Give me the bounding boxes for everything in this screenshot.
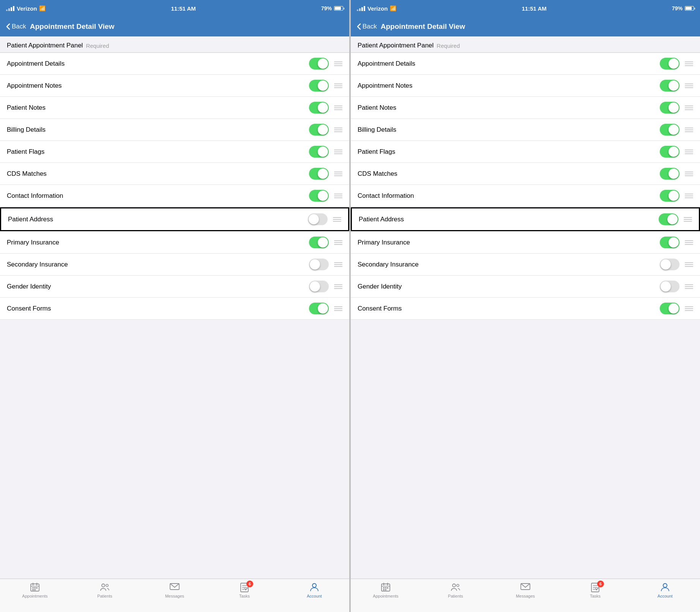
drag-handle[interactable] (685, 128, 693, 132)
drag-handle[interactable] (685, 106, 693, 110)
back-chevron-icon (357, 23, 361, 30)
item-controls (309, 168, 342, 180)
toggle-switch[interactable] (309, 80, 329, 91)
toggle-switch[interactable] (309, 58, 329, 69)
item-label: Patient Flags (358, 148, 395, 156)
items-list: Appointment Details Appointment Notes Pa… (0, 52, 349, 320)
drag-handle[interactable] (685, 284, 693, 289)
drag-handle[interactable] (334, 172, 342, 176)
tab-icon-messages (519, 582, 532, 593)
list-item: Appointment Details (0, 53, 349, 75)
time-label: 11:51 AM (171, 5, 196, 12)
toggle-switch[interactable] (309, 237, 329, 248)
toggle-switch[interactable] (660, 58, 680, 69)
tab-item-tasks[interactable]: 6 Tasks (560, 582, 630, 598)
item-controls (660, 281, 693, 292)
back-button[interactable]: Back (357, 23, 377, 30)
toggle-switch[interactable] (660, 190, 680, 202)
drag-handle[interactable] (334, 150, 342, 154)
back-button[interactable]: Back (6, 23, 26, 30)
toggle-switch[interactable] (309, 124, 329, 136)
toggle-switch[interactable] (309, 168, 329, 180)
list-item: Contact Information (351, 185, 700, 207)
toggle-switch[interactable] (660, 281, 680, 292)
status-left: Verizon 📶 (357, 5, 396, 12)
tab-label: Tasks (590, 594, 601, 598)
toggle-switch[interactable] (309, 259, 329, 270)
toggle-switch[interactable] (660, 146, 680, 158)
item-label: Primary Insurance (7, 239, 59, 246)
drag-handle[interactable] (685, 150, 693, 154)
drag-handle[interactable] (685, 84, 693, 88)
tab-label: Messages (165, 594, 184, 598)
item-controls (309, 102, 342, 114)
toggle-switch[interactable] (660, 168, 680, 180)
drag-handle[interactable] (334, 106, 342, 110)
signal-icon (357, 6, 365, 11)
tab-item-messages[interactable]: Messages (140, 582, 210, 598)
list-item: Primary Insurance (351, 232, 700, 254)
tab-item-tasks[interactable]: 6 Tasks (210, 582, 279, 598)
phone-panel-left: Verizon 📶 11:51 AM 79% Back Appointment … (0, 0, 349, 612)
drag-handle[interactable] (334, 62, 342, 66)
section-required-label: Required (437, 43, 460, 49)
tab-item-messages[interactable]: Messages (490, 582, 560, 598)
drag-handle[interactable] (334, 262, 342, 267)
drag-handle[interactable] (334, 306, 342, 311)
drag-handle[interactable] (334, 194, 342, 198)
items-list: Appointment Details Appointment Notes Pa… (351, 52, 700, 320)
drag-handle[interactable] (334, 84, 342, 88)
drag-handle[interactable] (333, 217, 341, 222)
toggle-switch[interactable] (309, 190, 329, 202)
tab-item-appointments[interactable]: Appointments (0, 582, 70, 598)
list-item: Billing Details (0, 119, 349, 141)
toggle-switch[interactable] (308, 213, 328, 225)
drag-handle[interactable] (685, 194, 693, 198)
tab-bar: Appointments Patients Messages (351, 579, 700, 612)
toggle-switch[interactable] (309, 281, 329, 292)
toggle-switch[interactable] (660, 124, 680, 136)
toggle-switch[interactable] (660, 237, 680, 248)
item-controls (660, 259, 693, 270)
tab-label: Account (307, 594, 322, 598)
battery-percent: 79% (321, 5, 332, 11)
section-required-label: Required (86, 43, 109, 49)
toggle-switch[interactable] (660, 303, 680, 314)
toggle-switch[interactable] (660, 259, 680, 270)
tab-item-account[interactable]: Account (279, 582, 349, 598)
tab-item-account[interactable]: Account (630, 582, 700, 598)
tab-item-patients[interactable]: Patients (421, 582, 490, 598)
tab-item-patients[interactable]: Patients (70, 582, 140, 598)
list-item: CDS Matches (351, 163, 700, 185)
toggle-switch[interactable] (659, 213, 678, 225)
svg-rect-5 (32, 589, 34, 590)
toggle-switch[interactable] (309, 146, 329, 158)
drag-handle[interactable] (685, 172, 693, 176)
time-label: 11:51 AM (522, 5, 546, 12)
tab-label: Patients (97, 594, 112, 598)
battery-icon (334, 6, 343, 11)
drag-handle[interactable] (334, 284, 342, 289)
toggle-switch[interactable] (309, 102, 329, 114)
drag-handle[interactable] (684, 217, 692, 222)
drag-handle[interactable] (334, 240, 342, 245)
drag-handle[interactable] (685, 262, 693, 267)
item-controls (660, 58, 693, 69)
toggle-switch[interactable] (660, 80, 680, 91)
list-item: Primary Insurance (0, 232, 349, 254)
toggle-switch[interactable] (660, 102, 680, 114)
tab-item-appointments[interactable]: Appointments (351, 582, 421, 598)
drag-handle[interactable] (334, 128, 342, 132)
item-label: Billing Details (358, 126, 396, 134)
drag-handle[interactable] (685, 306, 693, 311)
drag-handle[interactable] (685, 240, 693, 245)
tab-icon-appointments (379, 582, 392, 593)
status-bar: Verizon 📶 11:51 AM 79% (0, 0, 349, 17)
wifi-icon: 📶 (39, 5, 46, 11)
item-controls (660, 146, 693, 158)
svg-point-10 (106, 584, 108, 587)
drag-handle[interactable] (685, 62, 693, 66)
tab-label: Patients (448, 594, 463, 598)
toggle-switch[interactable] (309, 303, 329, 314)
item-label: Patient Flags (7, 148, 44, 156)
